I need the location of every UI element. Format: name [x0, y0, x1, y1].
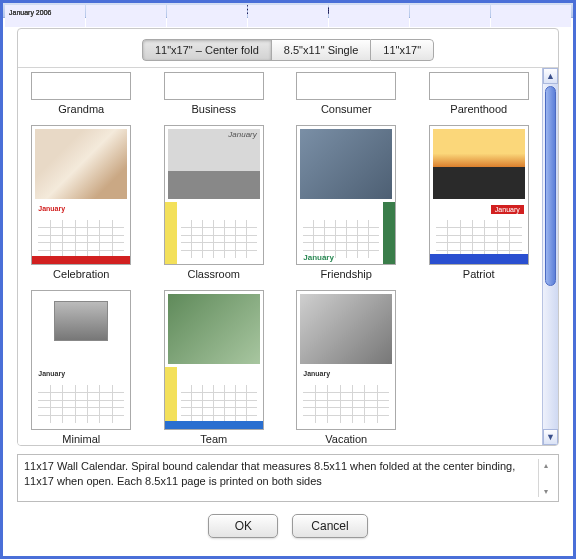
- template-consumer[interactable]: January 2006 Consumer: [287, 72, 406, 115]
- tab-8-5x11-single[interactable]: 8.5"x11" Single: [271, 39, 370, 61]
- desc-scroll-down[interactable]: ▾: [539, 485, 552, 497]
- template-business[interactable]: January 2006 Business: [155, 72, 274, 115]
- template-label: Minimal: [62, 433, 100, 445]
- template-label: Celebration: [53, 268, 109, 280]
- template-label: Parenthood: [450, 103, 507, 115]
- template-grid-wrap[interactable]: Grandma January 2006 Business January 20…: [18, 68, 542, 445]
- size-tabbar: 11"x17" – Center fold 8.5"x11" Single 11…: [18, 29, 558, 67]
- size-segmented-control: 11"x17" – Center fold 8.5"x11" Single 11…: [142, 39, 434, 61]
- template-label: Patriot: [463, 268, 495, 280]
- template-patriot[interactable]: January Patriot: [420, 125, 539, 280]
- scroll-down-arrow[interactable]: ▼: [543, 429, 558, 445]
- vertical-scrollbar[interactable]: ▲ ▼: [542, 68, 558, 445]
- template-panel: 11"x17" – Center fold 8.5"x11" Single 11…: [17, 28, 559, 446]
- template-parenthood[interactable]: January 2006 Parenthood: [420, 72, 539, 115]
- desc-scroll-up[interactable]: ▴: [539, 459, 552, 471]
- photo-thumbnail: [35, 129, 127, 199]
- template-label: Grandma: [58, 103, 104, 115]
- description-box: 11x17 Wall Calendar. Spiral bound calend…: [17, 454, 559, 502]
- description-text: 11x17 Wall Calendar. Spiral bound calend…: [24, 459, 538, 497]
- template-label: Friendship: [321, 268, 372, 280]
- template-celebration[interactable]: January Celebration: [22, 125, 141, 280]
- photo-thumbnail: [168, 129, 260, 199]
- template-label: Business: [191, 103, 236, 115]
- photo-thumbnail: [168, 294, 260, 364]
- template-friendship[interactable]: January Friendship: [287, 125, 406, 280]
- select-template-window: Select Template ✕ 11"x17" – Center fold …: [0, 0, 576, 559]
- template-label: Vacation: [325, 433, 367, 445]
- template-label: Team: [200, 433, 227, 445]
- template-label: Classroom: [187, 268, 240, 280]
- photo-thumbnail: [54, 301, 108, 341]
- template-label: Consumer: [321, 103, 372, 115]
- dialog-button-row: OK Cancel: [17, 502, 559, 548]
- description-scrollbar[interactable]: ▴ ▾: [538, 459, 552, 497]
- tab-11x17-centerfold[interactable]: 11"x17" – Center fold: [142, 39, 271, 61]
- tab-11x17[interactable]: 11"x17": [370, 39, 434, 61]
- template-vacation[interactable]: January Vacation: [287, 290, 406, 445]
- template-classroom[interactable]: January Classroom: [155, 125, 274, 280]
- photo-thumbnail: [433, 129, 525, 199]
- scroll-up-arrow[interactable]: ▲: [543, 68, 558, 84]
- photo-thumbnail: [300, 129, 392, 199]
- template-minimal[interactable]: January Minimal: [22, 290, 141, 445]
- content-area: 11"x17" – Center fold 8.5"x11" Single 11…: [3, 18, 573, 556]
- template-grandma[interactable]: Grandma: [22, 72, 141, 115]
- photo-thumbnail: [300, 294, 392, 364]
- cancel-button[interactable]: Cancel: [292, 514, 367, 538]
- scroll-thumb[interactable]: [545, 86, 556, 286]
- ok-button[interactable]: OK: [208, 514, 278, 538]
- template-grid: Grandma January 2006 Business January 20…: [22, 72, 538, 445]
- template-scroll-area: Grandma January 2006 Business January 20…: [18, 67, 558, 445]
- template-team[interactable]: Team: [155, 290, 274, 445]
